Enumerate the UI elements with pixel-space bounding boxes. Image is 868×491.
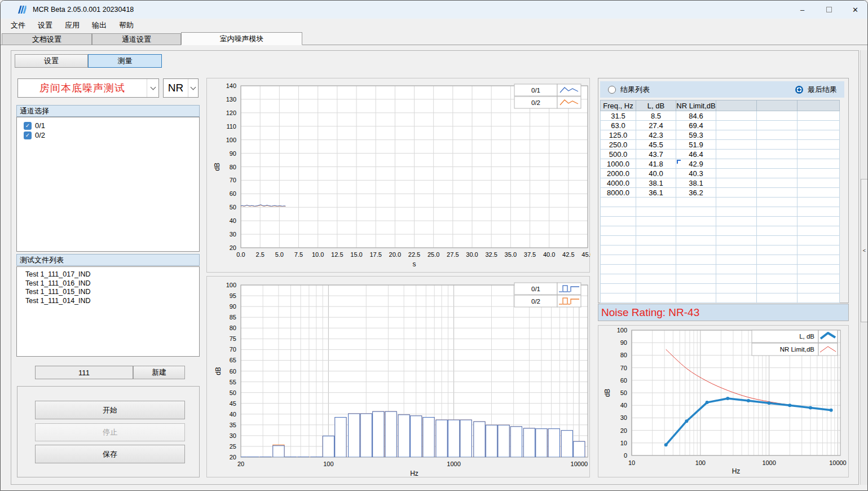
subtab-settings[interactable]: 设置 [15,54,88,68]
file-list-item[interactable]: Test 1_111_017_IND [17,270,199,279]
svg-text:40: 40 [620,402,627,409]
test-type-dropdown-button[interactable] [147,79,158,97]
rating-select[interactable]: NR [163,78,199,98]
menu-file[interactable]: 文件 [5,19,32,32]
test-type-value: 房间本底噪声测试 [18,79,147,97]
file-list-item[interactable]: Test 1_111_016_IND [17,279,199,288]
maximize-button[interactable] [816,1,842,19]
table-row-empty [601,274,840,284]
svg-text:35: 35 [230,422,236,428]
tab-document-settings[interactable]: 文档设置 [2,33,92,45]
menu-application[interactable]: 应用 [59,19,86,32]
table-row[interactable]: 250.045.551.9 [601,140,840,150]
table-row-empty [601,198,840,207]
menu-output[interactable]: 输出 [86,19,113,32]
file-list-item[interactable]: Test 1_111_014_IND [17,297,199,306]
svg-text:90: 90 [620,339,627,346]
start-button-label: 开始 [103,405,117,415]
menu-settings[interactable]: 设置 [32,19,59,32]
svg-text:dB: dB [603,389,611,397]
noise-rating-banner: Noise Rating: NR-43 [598,304,849,321]
column-header [797,100,840,111]
svg-text:55: 55 [230,379,236,385]
svg-text:95: 95 [230,292,236,299]
save-button[interactable]: 保存 [35,445,185,463]
svg-text:100: 100 [323,461,333,467]
svg-text:1000: 1000 [762,459,776,466]
main-tab-strip: 文档设置 通道设置 室内噪声模块 [1,32,868,45]
start-button[interactable]: 开始 [35,401,185,419]
svg-text:15.0: 15.0 [350,251,362,258]
collapse-panel-button[interactable]: < [861,179,868,322]
svg-text:40: 40 [230,411,236,418]
checkbox-checked-icon[interactable]: ✓ [24,131,32,139]
channel-item-0-2[interactable]: ✓ 0/2 [17,130,199,140]
close-button[interactable]: ✕ [842,1,868,19]
svg-text:0/1: 0/1 [531,87,540,94]
channel-listbox: ✓ 0/1 ✓ 0/2 [16,117,200,252]
svg-text:37.5: 37.5 [524,251,536,258]
result-list-radio-label[interactable]: 结果列表 [620,85,650,95]
result-mode-band: 结果列表 最后结果 [600,81,844,98]
last-result-radio-label[interactable]: 最后结果 [808,85,837,95]
svg-text:32.5: 32.5 [485,251,497,258]
svg-text:Hz: Hz [410,470,418,477]
svg-text:5.0: 5.0 [275,251,284,258]
svg-text:0/2: 0/2 [531,298,540,305]
svg-text:35.0: 35.0 [505,251,517,258]
result-list-radio[interactable] [608,86,616,94]
table-row[interactable]: 500.043.746.4 [601,150,840,159]
last-result-radio[interactable] [795,86,803,94]
new-button[interactable]: 新建 [133,366,185,379]
app-window: MCR Beta 2.05.0.001 20230418 – ✕ 文件 设置 应… [0,0,868,491]
checkbox-checked-icon[interactable]: ✓ [24,122,32,130]
subtab-label: 测量 [118,56,133,66]
table-row[interactable]: 1000.041.842.9 [601,159,840,169]
svg-text:30: 30 [230,432,236,439]
svg-text:50: 50 [620,389,627,396]
svg-text:10: 10 [628,459,635,466]
column-header [716,100,757,111]
column-header: L, dB [636,100,676,111]
tab-channel-settings[interactable]: 通道设置 [92,33,181,45]
subtab-measure[interactable]: 测量 [88,54,162,68]
file-list-item[interactable]: Test 1_111_015_IND [17,288,199,297]
svg-text:0/1: 0/1 [531,286,540,292]
tab-label: 文档设置 [32,34,61,45]
menu-help[interactable]: 帮助 [113,19,140,32]
collapse-arrow-icon: < [863,248,866,253]
rating-value: NR [164,79,188,97]
channel-item-0-1[interactable]: ✓ 0/1 [17,121,199,130]
file-section-title: 测试文件列表 [20,255,64,265]
minimize-button[interactable]: – [789,1,816,19]
svg-text:45.0: 45.0 [581,251,591,258]
svg-text:80: 80 [230,164,236,170]
table-row[interactable]: 31.58.584.6 [601,111,840,121]
svg-text:27.5: 27.5 [447,251,459,258]
column-header: Freq., Hz [601,100,636,111]
table-row[interactable]: 125.042.359.3 [601,130,840,140]
channel-label: 0/1 [35,121,45,130]
tab-indoor-noise-module[interactable]: 室内噪声模块 [181,32,302,45]
svg-text:60: 60 [230,368,236,375]
column-header: NR Limit,dB [676,100,716,111]
rating-dropdown-button[interactable] [188,79,198,97]
chevron-down-icon [150,84,156,90]
svg-text:dB: dB [213,163,221,171]
svg-text:7.5: 7.5 [294,251,303,258]
subtab-label: 设置 [44,56,59,66]
svg-text:100: 100 [226,282,236,288]
time-history-chart: 0.02.55.07.510.012.515.017.520.022.525.0… [206,78,590,273]
svg-text:10: 10 [620,440,627,446]
svg-text:20: 20 [237,461,244,467]
table-row[interactable]: 63.027.469.4 [601,121,840,130]
test-type-select[interactable]: 房间本底噪声测试 [17,78,159,98]
svg-text:42.5: 42.5 [562,251,574,258]
svg-text:130: 130 [226,96,236,103]
table-row[interactable]: 4000.038.138.1 [601,178,840,188]
table-row[interactable]: 2000.040.040.3 [601,169,840,178]
file-name-input[interactable] [35,366,133,379]
svg-text:20.0: 20.0 [389,251,401,258]
stop-button[interactable]: 停止 [35,423,185,441]
table-row[interactable]: 8000.036.136.2 [601,188,840,198]
